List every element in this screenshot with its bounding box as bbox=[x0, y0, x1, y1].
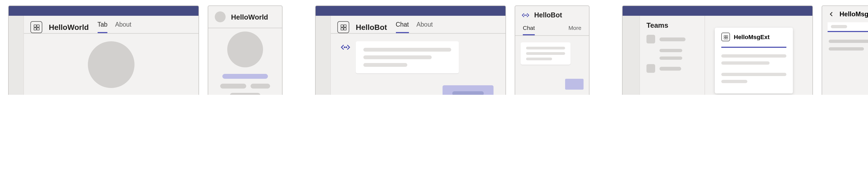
channel-item[interactable] bbox=[659, 56, 682, 60]
chat-area bbox=[331, 34, 505, 95]
results-area bbox=[822, 32, 868, 95]
tab-content bbox=[24, 34, 198, 95]
mobile-content bbox=[208, 28, 282, 95]
tab-link-chat[interactable]: Chat bbox=[396, 21, 409, 33]
mobile-header: HelloBot bbox=[515, 6, 589, 24]
result-line bbox=[721, 61, 770, 65]
result-line bbox=[829, 40, 868, 43]
section-bot: HelloBot Chat About bbox=[315, 5, 590, 95]
section-tab: HelloWorld Tab About bbox=[8, 5, 283, 95]
bot-mobile-frame: HelloBot Chat More bbox=[515, 5, 590, 95]
avatar-icon bbox=[215, 11, 226, 22]
bot-message-card bbox=[356, 41, 459, 73]
result-line bbox=[721, 54, 786, 57]
svg-rect-0 bbox=[34, 24, 36, 27]
conversation-pane: HelloMsgExt bbox=[705, 16, 812, 95]
app-name: HelloBot bbox=[356, 23, 387, 31]
svg-rect-6 bbox=[341, 27, 343, 30]
svg-rect-2 bbox=[34, 27, 36, 30]
app-rail[interactable] bbox=[9, 16, 24, 95]
svg-rect-13 bbox=[726, 35, 727, 37]
tab-desktop-frame: HelloWorld Tab About bbox=[8, 5, 199, 95]
avatar-placeholder bbox=[227, 31, 263, 67]
content-line bbox=[222, 74, 268, 79]
app-icon bbox=[337, 21, 349, 33]
svg-rect-4 bbox=[341, 24, 343, 27]
bot-icon bbox=[340, 41, 351, 53]
app-name: HelloWorld bbox=[49, 23, 89, 31]
bot-icon bbox=[521, 10, 530, 20]
svg-rect-14 bbox=[724, 37, 725, 39]
result-line bbox=[829, 47, 864, 51]
content-line bbox=[250, 84, 270, 89]
svg-point-8 bbox=[344, 47, 345, 48]
msgext-desktop-frame: Teams HelloMsgExt bbox=[622, 5, 813, 95]
app-rail[interactable] bbox=[623, 16, 640, 95]
channel-item[interactable] bbox=[659, 49, 682, 52]
svg-rect-5 bbox=[344, 24, 346, 27]
content-line bbox=[230, 93, 260, 95]
svg-rect-15 bbox=[726, 37, 727, 39]
mobile-title: HelloBot bbox=[534, 11, 562, 19]
popup-divider bbox=[721, 47, 786, 48]
window-titlebar bbox=[316, 6, 505, 16]
mobile-header: HelloMsgExt bbox=[822, 6, 868, 22]
msgext-popup[interactable]: HelloMsgExt bbox=[715, 28, 793, 93]
tab-link-about[interactable]: About bbox=[115, 21, 131, 33]
team-item[interactable] bbox=[647, 35, 698, 44]
svg-rect-1 bbox=[37, 24, 39, 27]
back-icon[interactable] bbox=[828, 10, 835, 18]
mobile-tab-more[interactable]: More bbox=[568, 24, 581, 35]
app-rail[interactable] bbox=[316, 16, 331, 95]
section-msgext: Teams HelloMsgExt bbox=[622, 5, 868, 95]
mobile-title: HelloMsgExt bbox=[840, 10, 868, 18]
mobile-chat-area bbox=[515, 36, 589, 95]
team-item[interactable] bbox=[647, 64, 698, 73]
svg-point-11 bbox=[526, 15, 527, 16]
mobile-tab-chat[interactable]: Chat bbox=[523, 24, 535, 35]
svg-point-9 bbox=[346, 47, 347, 48]
result-line bbox=[721, 73, 786, 76]
tab-link-tab[interactable]: Tab bbox=[97, 21, 107, 33]
bot-message-card bbox=[521, 42, 570, 65]
app-icon bbox=[721, 32, 730, 41]
svg-rect-12 bbox=[724, 35, 725, 37]
bot-desktop-frame: HelloBot Chat About bbox=[315, 5, 506, 95]
tab-header: HelloWorld Tab About bbox=[24, 16, 198, 34]
search-placeholder bbox=[831, 25, 847, 28]
teams-pane: Teams bbox=[640, 16, 705, 95]
bot-header: HelloBot Chat About bbox=[331, 16, 505, 34]
svg-point-10 bbox=[524, 15, 525, 16]
user-message bbox=[565, 79, 584, 90]
app-icon bbox=[30, 21, 42, 33]
window-titlebar bbox=[623, 6, 812, 16]
svg-rect-7 bbox=[344, 27, 346, 30]
mobile-title: HelloWorld bbox=[231, 13, 268, 21]
teams-label: Teams bbox=[647, 21, 698, 29]
user-message bbox=[442, 85, 494, 95]
tab-link-about[interactable]: About bbox=[416, 21, 433, 33]
popup-title: HelloMsgExt bbox=[734, 34, 770, 40]
svg-rect-3 bbox=[37, 27, 39, 30]
avatar-placeholder bbox=[88, 41, 134, 88]
search-input[interactable] bbox=[828, 22, 868, 32]
tab-mobile-frame: HelloWorld bbox=[208, 5, 283, 95]
result-line bbox=[721, 80, 747, 83]
window-titlebar bbox=[9, 6, 198, 16]
mobile-header: HelloWorld bbox=[208, 6, 282, 28]
msgext-mobile-frame: HelloMsgExt bbox=[822, 5, 868, 95]
content-line bbox=[220, 84, 246, 89]
